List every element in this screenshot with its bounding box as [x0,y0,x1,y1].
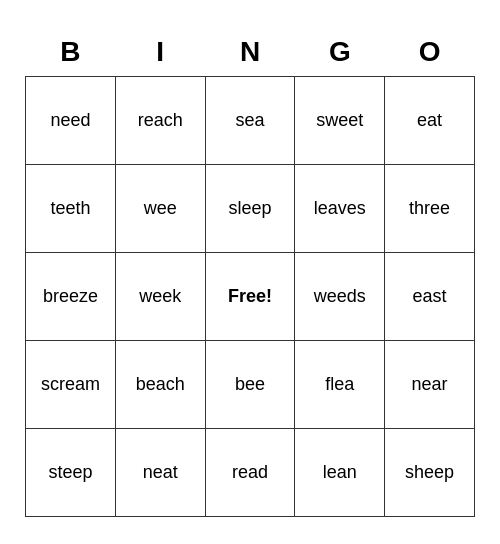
cell-r1-c1: wee [115,165,205,253]
cell-r0-c2: sea [205,77,295,165]
cell-r4-c2: read [205,429,295,517]
cell-r2-c3: weeds [295,253,385,341]
bingo-table: B I N G O needreachseasweeteatteethweesl… [25,27,475,518]
cell-r2-c2: Free! [205,253,295,341]
cell-r0-c4: eat [385,77,475,165]
cell-r0-c1: reach [115,77,205,165]
cell-r0-c0: need [26,77,116,165]
cell-r1-c0: teeth [26,165,116,253]
table-row: breezeweekFree!weedseast [26,253,475,341]
cell-r2-c0: breeze [26,253,116,341]
table-row: needreachseasweeteat [26,77,475,165]
cell-r1-c4: three [385,165,475,253]
cell-r4-c1: neat [115,429,205,517]
cell-r1-c2: sleep [205,165,295,253]
cell-r3-c3: flea [295,341,385,429]
cell-r3-c0: scream [26,341,116,429]
header-row: B I N G O [26,27,475,77]
cell-r2-c4: east [385,253,475,341]
cell-r4-c4: sheep [385,429,475,517]
header-o: O [385,27,475,77]
header-g: G [295,27,385,77]
cell-r3-c2: bee [205,341,295,429]
cell-r3-c1: beach [115,341,205,429]
table-row: steepneatreadleansheep [26,429,475,517]
header-i: I [115,27,205,77]
cell-r2-c1: week [115,253,205,341]
header-n: N [205,27,295,77]
table-row: screambeachbeefleanear [26,341,475,429]
cell-r3-c4: near [385,341,475,429]
cell-r4-c0: steep [26,429,116,517]
table-row: teethweesleepleavesthree [26,165,475,253]
header-b: B [26,27,116,77]
bingo-card: B I N G O needreachseasweeteatteethweesl… [5,7,495,538]
cell-r4-c3: lean [295,429,385,517]
cell-r1-c3: leaves [295,165,385,253]
cell-r0-c3: sweet [295,77,385,165]
